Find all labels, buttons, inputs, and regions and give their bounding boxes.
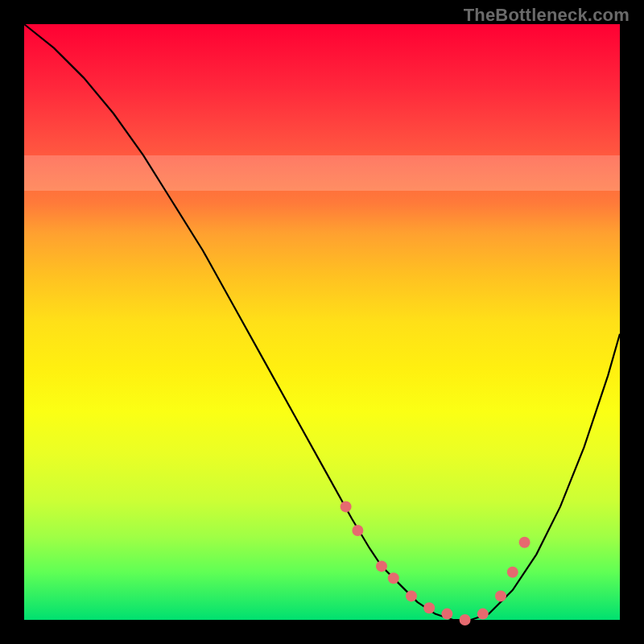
marker-dot bbox=[507, 567, 518, 578]
marker-dot bbox=[341, 501, 352, 512]
marker-dot bbox=[376, 560, 387, 572]
marker-dot bbox=[423, 602, 435, 613]
marker-dot bbox=[406, 590, 417, 601]
marker-group bbox=[341, 501, 530, 625]
marker-dot bbox=[352, 525, 363, 536]
chart-stage: TheBottleneck.com bbox=[0, 0, 644, 644]
marker-dot bbox=[388, 572, 399, 584]
marker-dot bbox=[460, 614, 471, 625]
watermark-text: TheBottleneck.com bbox=[464, 5, 630, 26]
curve-path bbox=[24, 24, 620, 620]
chart-svg bbox=[24, 24, 620, 620]
marker-dot bbox=[519, 537, 530, 548]
plot-area bbox=[24, 24, 620, 620]
marker-dot bbox=[477, 609, 489, 620]
marker-dot bbox=[441, 609, 452, 620]
marker-dot bbox=[495, 590, 506, 601]
